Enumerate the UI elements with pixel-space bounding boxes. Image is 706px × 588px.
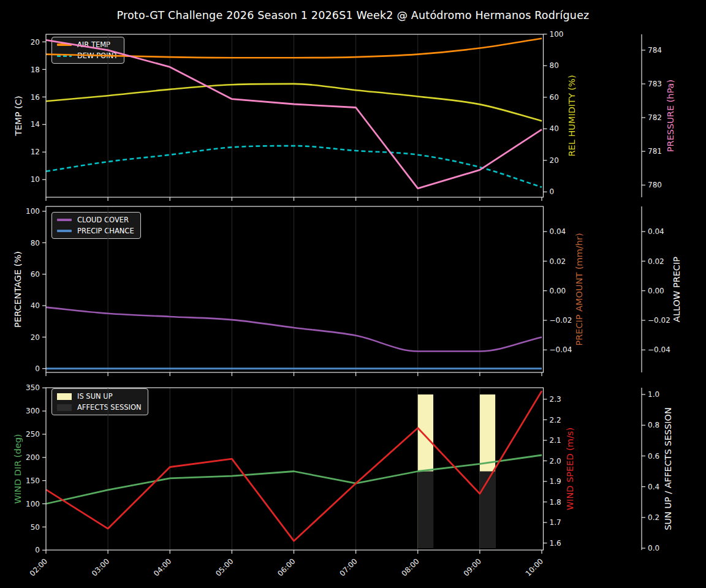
y-tick-label: 1.0 [648,390,659,399]
y-tick-label: 0 [35,364,40,373]
y-tick-label: 1.6 [550,539,561,548]
weather-forecast-figure: Proto-GT Challenge 2026 Season 1 2026S1 … [0,0,706,588]
y-tick-label: 0.04 [648,227,664,236]
legend-cloud-precip: CLOUD COVERPRECIP CHANCE [51,212,141,239]
y-tick-label: 14 [31,120,40,129]
y-tick-label: 150 [26,477,40,485]
legend-label: IS SUN UP [77,392,113,401]
y-tick-label: 0 [35,546,40,554]
y-tick-label: 80 [550,61,559,70]
x-tick-label: 08:00 [400,557,421,578]
y-tick-label: 16 [31,93,40,102]
axis-label-right: ALLOW PRECIP [672,257,681,322]
y-tick-label: −0.04 [648,345,670,354]
forecast-chart-svg: 201816141210100806040200REL HUMIDITY (%)… [0,0,706,588]
series-dew-point [46,146,542,187]
axis-label-left: PERCENTAGE (%) [13,251,23,328]
legend-swatch-icon [57,55,72,56]
axis-label-right: PRESSURE (hPa) [666,80,675,152]
y-tick-label: 1.9 [550,477,561,486]
y-tick-label: 60 [550,93,559,102]
legend-entry: IS SUN UP [57,392,142,401]
legend-swatch-icon [57,219,72,221]
y-tick-label: 0.2 [648,513,659,522]
y-tick-label: 50 [31,523,40,532]
y-tick-label: 2.2 [550,416,561,424]
legend-entry: PRECIP CHANCE [57,227,134,235]
y-tick-label: 0 [550,187,555,196]
y-tick-label: 60 [31,270,40,279]
y-tick-label: 80 [31,239,40,247]
axis-label-left: TEMP (C) [13,96,23,136]
axis-label-right: REL HUMIDITY (%) [567,75,577,156]
y-tick-label: 0.6 [648,452,659,461]
legend-swatch-icon [57,43,72,45]
y-tick-label: 0.00 [648,287,664,295]
y-tick-label: 0.0 [648,544,659,552]
legend-label: DEW POINT [77,51,118,60]
legend-entry: AIR TEMP [57,40,118,49]
bar-is-sun-up [418,394,433,548]
axis-label-left: WIND DIR (deg) [13,434,23,503]
y-tick-label: 783 [648,80,662,88]
y-tick-label: −0.04 [550,345,572,354]
y-tick-label: 100 [26,207,40,216]
series-rel-humidity [46,84,542,121]
y-tick-label: 100 [26,500,40,508]
x-tick-label: 07:00 [338,557,359,578]
y-tick-label: 781 [648,147,662,156]
legend-temperature-pressure: AIR TEMPDEW POINT [51,37,124,64]
y-tick-label: 20 [31,38,40,47]
series-wind-dir [46,455,542,504]
y-tick-label: 782 [648,113,662,122]
legend-entry: AFFECTS SESSION [57,403,142,412]
y-tick-label: 2.1 [550,436,561,445]
y-tick-label: 100 [550,30,564,39]
x-tick-label: 02:00 [28,557,49,578]
x-tick-label: 09:00 [462,557,483,578]
y-tick-label: 780 [648,181,662,189]
bar-affects-session [480,472,495,548]
axis-label-right: WIND SPEED (m/s) [565,428,575,510]
chart-title: Proto-GT Challenge 2026 Season 1 2026S1 … [0,9,706,21]
legend-entry: DEW POINT [57,51,118,60]
x-tick-label: 03:00 [90,557,111,578]
y-tick-label: 40 [550,124,559,133]
y-tick-label: −0.02 [550,316,572,325]
legend-label: PRECIP CHANCE [77,227,134,235]
y-tick-label: 12 [31,148,40,156]
y-tick-label: 20 [31,333,40,342]
axis-label-right: PRECIP AMOUNT (mm/hr) [574,233,584,345]
y-tick-label: 784 [648,46,662,55]
y-tick-label: 10 [31,175,40,184]
bar-is-sun-up [480,394,495,548]
legend-label: AIR TEMP [77,40,110,49]
x-tick-label: 04:00 [152,557,173,578]
series-cloud-cover [46,307,542,352]
y-tick-label: 18 [31,66,40,74]
y-tick-label: 350 [26,383,40,392]
y-tick-label: 200 [26,453,40,462]
legend-wind-sun: IS SUN UPAFFECTS SESSION [51,388,148,415]
y-tick-label: 2.0 [550,457,561,466]
bar-affects-session [418,472,433,548]
y-tick-label: 0.8 [648,421,659,429]
legend-label: CLOUD COVER [77,216,129,224]
legend-swatch-icon [57,404,72,411]
x-tick-label: 06:00 [276,557,297,578]
y-tick-label: 20 [550,156,559,165]
axis-label-right: SUN UP / AFFECTS SESSION [663,407,673,530]
y-tick-label: 0.04 [550,227,566,236]
y-tick-label: −0.02 [648,316,670,325]
legend-swatch-icon [57,230,72,232]
x-tick-label: 05:00 [214,557,235,578]
legend-swatch-icon [57,393,72,400]
y-tick-label: 0.02 [648,257,664,266]
y-tick-label: 40 [31,301,40,310]
y-tick-label: 250 [26,430,40,439]
y-tick-label: 1.8 [550,498,561,507]
y-tick-label: 1.7 [550,518,561,527]
y-tick-label: 300 [26,407,40,415]
legend-entry: CLOUD COVER [57,216,134,224]
y-tick-label: 2.3 [550,395,561,404]
